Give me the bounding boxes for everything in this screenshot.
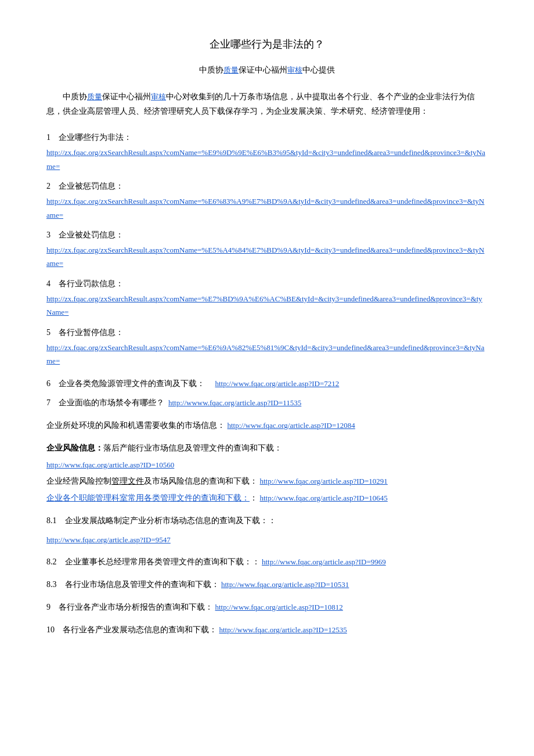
page-title: 企业哪些行为是非法的？ [46, 35, 488, 53]
risk-info-link-2[interactable]: http://www.fqac.org/article.asp?ID=10291 [260, 477, 388, 485]
section-5-link[interactable]: http://zx.fqac.org/zxSearchResult.aspx?c… [46, 341, 488, 368]
section-4-title: 4 各行业罚款信息： [46, 276, 488, 291]
intro-link-2[interactable]: 审核 [151, 92, 166, 101]
subtitle-text-1: 中质协 [199, 66, 223, 74]
subtitle-text-3: 中心提供 [302, 66, 335, 74]
risk-info-line-1: 企业风险信息：落后产能行业市场信息及管理文件的查询和下载： [46, 441, 488, 455]
intro-link-1[interactable]: 质量 [87, 92, 102, 101]
section-2: 2 企业被惩罚信息： http://zx.fqac.org/zxSearchRe… [46, 179, 488, 222]
item-10-link[interactable]: http://www.fqac.org/article.asp?ID=12535 [219, 625, 347, 634]
item-8-3: 8.3 各行业市场信息及管理文件的查询和下载： http://www.fqac.… [46, 577, 488, 592]
item-10: 10 各行业各产业发展动态信息的查询和下载： http://www.fqac.o… [46, 622, 488, 637]
subtitle: 中质协质量保证中心福州审核中心提供 [46, 63, 488, 77]
risk-info-line3-label[interactable]: 企业各个职能管理科室常用各类管理文件的查询和下载： [46, 494, 250, 502]
section-3: 3 企业被处罚信息： http://zx.fqac.org/zxSearchRe… [46, 228, 488, 271]
risk-info-block: 企业风险信息：落后产能行业市场信息及管理文件的查询和下载： http://www… [46, 441, 488, 505]
item-9: 9 各行业各产业市场分析报告的查询和下载： http://www.fqac.or… [46, 600, 488, 614]
item-env: 企业所处环境的风险和机遇需要收集的市场信息： http://www.fqac.o… [46, 418, 488, 433]
risk-info-link-3[interactable]: http://www.fqac.org/article.asp?ID=10645 [260, 494, 388, 502]
subtitle-link-2[interactable]: 审核 [287, 66, 302, 74]
item-6: 6 企业各类危险源管理文件的查询及下载： http://www.fqac.org… [46, 376, 488, 391]
item-8-2-link[interactable]: http://www.fqac.org/article.asp?ID=9969 [262, 557, 386, 566]
section-1-link[interactable]: http://zx.fqac.org/zxSearchResult.aspx?c… [46, 146, 488, 173]
section-2-title: 2 企业被惩罚信息： [46, 179, 488, 193]
section-3-link[interactable]: http://zx.fqac.org/zxSearchResult.aspx?c… [46, 243, 488, 271]
risk-info-line-2: 企业经营风险控制管理文件及市场风险信息的查询和下载： http://www.fq… [46, 474, 488, 488]
section-4-link[interactable]: http://zx.fqac.org/zxSearchResult.aspx?c… [46, 292, 488, 319]
section-1: 1 企业哪些行为非法： http://zx.fqac.org/zxSearchR… [46, 130, 488, 173]
section-2-link[interactable]: http://zx.fqac.org/zxSearchResult.aspx?c… [46, 195, 488, 222]
section-3-title: 3 企业被处罚信息： [46, 228, 488, 242]
item-8-2: 8.2 企业董事长总经理常用各类管理文件的查询和下载：： http://www.… [46, 555, 488, 569]
item-7-link[interactable]: http://wwww.fqac.org/article.asp?ID=1153… [168, 398, 301, 407]
risk-info-line-3: 企业各个职能管理科室常用各类管理文件的查询和下载：： http://www.fq… [46, 491, 488, 505]
section-5-title: 5 各行业暂停信息： [46, 325, 488, 340]
item-8-1: 8.1 企业发展战略制定产业分析市场动态信息的查询及下载：： http://ww… [46, 513, 488, 546]
item-env-link[interactable]: http://www.fqac.org/article.asp?ID=12084 [228, 421, 355, 430]
risk-bold-label: 企业风险信息： [46, 444, 103, 452]
intro-paragraph: 中质协质量保证中心福州审核中心对收集到的几十万条市场信息，从中提取出各个行业、各… [46, 89, 488, 118]
item-9-link[interactable]: http://www.fqac.org/article.asp?ID=10812 [215, 603, 343, 611]
section-5: 5 各行业暂停信息： http://zx.fqac.org/zxSearchRe… [46, 325, 488, 368]
item-8-1-title: 8.1 企业发展战略制定产业分析市场动态信息的查询及下载：： [46, 513, 488, 528]
section-4: 4 各行业罚款信息： http://zx.fqac.org/zxSearchRe… [46, 276, 488, 319]
risk-info-link[interactable]: http://www.fqac.org/article.asp?ID=10560 [46, 458, 488, 471]
item-8-1-link[interactable]: http://www.fqac.org/article.asp?ID=9547 [46, 533, 488, 546]
item-7: 7 企业面临的市场禁令有哪些？ http://wwww.fqac.org/art… [46, 395, 488, 410]
subtitle-link-1[interactable]: 质量 [223, 66, 239, 74]
risk-info-link-line: http://www.fqac.org/article.asp?ID=10560 [46, 458, 488, 471]
section-1-title: 1 企业哪些行为非法： [46, 130, 488, 145]
item-8-3-link[interactable]: http://www.fqac.org/article.asp?ID=10531 [221, 580, 349, 589]
subtitle-text-2: 保证中心福州 [239, 66, 287, 74]
item-6-link[interactable]: http://www.fqac.org/article.asp?ID=7212 [215, 379, 340, 388]
